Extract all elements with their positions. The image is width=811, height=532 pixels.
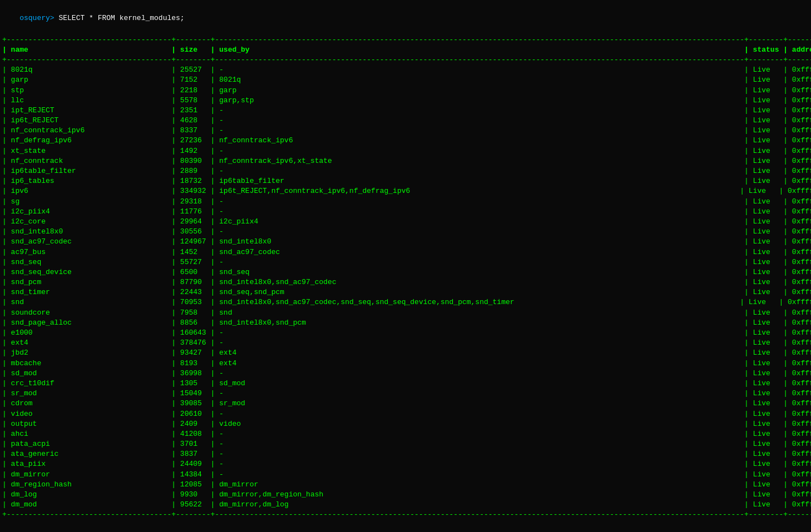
table-row: | video | 20610 | - | Live | 0xfffffffff… xyxy=(2,409,809,419)
table-row: | dm_log | 9930 | dm_mirror,dm_region_ha… xyxy=(2,490,809,500)
table-row: | sg | 29318 | - | Live | 0xfffffffffa02… xyxy=(2,197,809,207)
table-row: | snd_seq_device | 6500 | snd_seq | Live… xyxy=(2,267,809,277)
table-row: | jbd2 | 93427 | ext4 | Live | 0xfffffff… xyxy=(2,348,809,358)
table-row: | snd_timer | 22443 | snd_seq,snd_pcm | … xyxy=(2,287,809,297)
table-row: | i2c_core | 29964 | i2c_piix4 | Live | … xyxy=(2,217,809,227)
table-row: | ac97_bus | 1452 | snd_ac97_codec | Liv… xyxy=(2,247,809,257)
table-row: | crc_t10dif | 1305 | sd_mod | Live | 0x… xyxy=(2,379,809,389)
table-row: | e1000 | 160643 | - | Live | 0xffffffff… xyxy=(2,328,809,338)
bottom-separator: +--------------------------------------+… xyxy=(2,510,809,520)
table-row: | ipv6 | 334932 | ip6t_REJECT,nf_conntra… xyxy=(2,186,809,196)
table-row: | snd_pcm | 87790 | snd_intel8x0,snd_ac9… xyxy=(2,277,809,287)
table-row: | ipt_REJECT | 2351 | - | Live | 0xfffff… xyxy=(2,106,809,116)
table-row: | dm_mod | 95622 | dm_mirror,dm_log | Li… xyxy=(2,500,809,510)
table-row: | mbcache | 8193 | ext4 | Live | 0xfffff… xyxy=(2,359,809,369)
table-row: | nf_conntrack_ipv6 | 8337 | - | Live | … xyxy=(2,126,809,136)
table-row: | ata_generic | 3837 | - | Live | 0xffff… xyxy=(2,449,809,459)
table-row: | cdrom | 39085 | sr_mod | Live | 0xffff… xyxy=(2,399,809,409)
table-row: | dm_region_hash | 12085 | dm_mirror | L… xyxy=(2,480,809,490)
command-line: osquery> SELECT * FROM kernel_modules; xyxy=(0,2,811,35)
table-row: | nf_conntrack | 80390 | nf_conntrack_ip… xyxy=(2,156,809,166)
table-row: | llc | 5578 | garp,stp | Live | 0xfffff… xyxy=(2,96,809,106)
mid-separator: +--------------------------------------+… xyxy=(2,55,809,65)
table-row: | snd_seq | 55727 | - | Live | 0xfffffff… xyxy=(2,257,809,267)
table-row: | ext4 | 378476 | - | Live | 0xfffffffff… xyxy=(2,338,809,348)
command-text: SELECT * FROM kernel_modules; xyxy=(58,14,184,22)
bottom-prompt-line: osquery> xyxy=(0,520,811,532)
table-row: | sr_mod | 15049 | - | Live | 0xffffffff… xyxy=(2,389,809,399)
table-row: | sd_mod | 36998 | - | Live | 0xffffffff… xyxy=(2,369,809,379)
table-row: | ata_piix | 24409 | - | Live | 0xffffff… xyxy=(2,459,809,469)
table-row: | soundcore | 7958 | snd | Live | 0xffff… xyxy=(2,308,809,318)
table-row: | snd_page_alloc | 8856 | snd_intel8x0,s… xyxy=(2,318,809,328)
table-row: | pata_acpi | 3701 | - | Live | 0xffffff… xyxy=(2,439,809,449)
table-row: | ip6t_REJECT | 4628 | - | Live | 0xffff… xyxy=(2,116,809,126)
table-row: | output | 2409 | video | Live | 0xfffff… xyxy=(2,419,809,429)
table-row: | ip6_tables | 18732 | ip6table_filter |… xyxy=(2,176,809,186)
table-row: | dm_mirror | 14384 | - | Live | 0xfffff… xyxy=(2,470,809,480)
table-row: | snd_intel8x0 | 30556 | - | Live | 0xff… xyxy=(2,227,809,237)
table-row: | stp | 2218 | garp | Live | 0xfffffffff… xyxy=(2,86,809,96)
table-row: | garp | 7152 | 8021q | Live | 0xfffffff… xyxy=(2,75,809,85)
table-row: | i2c_piix4 | 11776 | - | Live | 0xfffff… xyxy=(2,207,809,217)
prompt-prefix: osquery> xyxy=(19,14,58,22)
table-row: | ahci | 41208 | - | Live | 0xfffffffffa… xyxy=(2,429,809,439)
table-body: | 8021q | 25527 | - | Live | 0xfffffffff… xyxy=(2,65,809,510)
table-row: | snd_ac97_codec | 124967 | snd_intel8x0… xyxy=(2,237,809,247)
top-separator: +--------------------------------------+… xyxy=(2,35,809,45)
table-row: | xt_state | 1492 | - | Live | 0xfffffff… xyxy=(2,146,809,156)
terminal-window: osquery> SELECT * FROM kernel_modules; +… xyxy=(0,0,811,532)
table-row: | ip6table_filter | 2889 | - | Live | 0x… xyxy=(2,166,809,176)
table-row: | nf_defrag_ipv6 | 27236 | nf_conntrack_… xyxy=(2,136,809,146)
table-row: | 8021q | 25527 | - | Live | 0xfffffffff… xyxy=(2,65,809,75)
table-row: | snd | 70953 | snd_intel8x0,snd_ac97_co… xyxy=(2,297,809,307)
table-header: | name | size | used_by | status | addre… xyxy=(2,45,809,55)
table-output: +--------------------------------------+… xyxy=(0,35,811,520)
